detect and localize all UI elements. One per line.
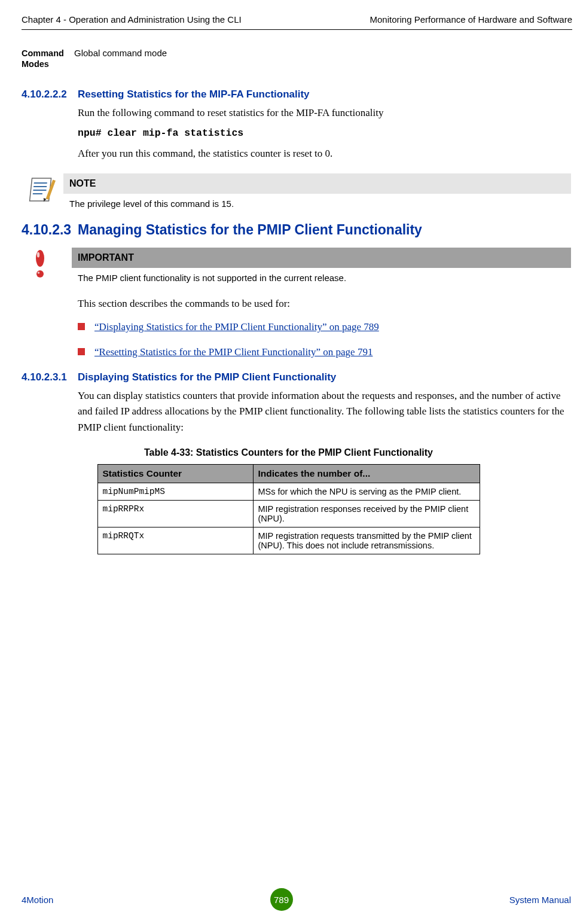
xref-link[interactable]: “Resetting Statistics for the PMIP Clien… (94, 345, 373, 359)
paragraph: You can display statistics counters that… (78, 388, 571, 435)
note-body: The privilege level of this command is 1… (63, 194, 571, 209)
table-row: mipNumPmipMS MSs for which the NPU is se… (97, 483, 480, 500)
heading-title: Resetting Statistics for the MIP-FA Func… (78, 89, 577, 100)
paragraph: After you run this command, the statisti… (78, 146, 571, 161)
table-row: mipRRQTx MIP registration requests trans… (97, 527, 480, 554)
svg-point-7 (36, 250, 44, 267)
table-header-cell: Statistics Counter (97, 464, 253, 483)
note-block: NOTE The privilege level of this command… (26, 173, 571, 209)
list-item: “Resetting Statistics for the PMIP Clien… (78, 345, 571, 359)
heading-title: Displaying Statistics for the PMIP Clien… (78, 371, 577, 383)
important-title: IMPORTANT (72, 248, 571, 268)
paragraph: This section describes the commands to b… (78, 296, 571, 312)
heading-4-10-2-3: 4.10.2.3 Managing Statistics for the PMI… (22, 222, 577, 238)
heading-4-10-2-3-1: 4.10.2.3.1 Displaying Statistics for the… (22, 371, 577, 383)
header-right: Monitoring Performance of Hardware and S… (370, 14, 573, 25)
note-icon (26, 176, 60, 205)
list-item: “Displaying Statistics for the PMIP Clie… (78, 320, 571, 334)
square-bullet-icon (78, 348, 85, 355)
xref-link[interactable]: “Displaying Statistics for the PMIP Clie… (94, 320, 379, 334)
page-header: Chapter 4 - Operation and Administration… (0, 14, 577, 28)
statistics-table: Statistics Counter Indicates the number … (97, 464, 480, 554)
svg-point-8 (36, 270, 44, 277)
command-modes-value: Global command mode (74, 47, 167, 69)
command-modes-label: Command Modes (22, 47, 74, 69)
table-cell-desc: MIP registration requests transmitted by… (253, 527, 480, 554)
heading-number: 4.10.2.2.2 (22, 89, 78, 100)
header-rule (22, 29, 572, 30)
svg-point-10 (38, 272, 40, 274)
important-box: IMPORTANT The PMIP client functionality … (72, 248, 571, 283)
table-cell-counter: mipRRPRx (97, 500, 253, 527)
table-cell-desc: MIP registration responses received by t… (253, 500, 480, 527)
table-row: mipRRPRx MIP registration responses rece… (97, 500, 480, 527)
header-left: Chapter 4 - Operation and Administration… (22, 14, 242, 25)
table-header-row: Statistics Counter Indicates the number … (97, 464, 480, 483)
table-header-cell: Indicates the number of... (253, 464, 480, 483)
important-block: IMPORTANT The PMIP client functionality … (26, 248, 571, 283)
table-cell-desc: MSs for which the NPU is serving as the … (253, 483, 480, 500)
section-4-10-2-2-2-content: Run the following command to reset stati… (78, 105, 571, 161)
command-example: npu# clear mip-fa statistics (78, 127, 571, 139)
table-cell-counter: mipRRQTx (97, 527, 253, 554)
heading-number: 4.10.2.3 (22, 222, 78, 238)
page-number-badge: 789 (270, 888, 293, 911)
important-body: The PMIP client functionality is not sup… (72, 268, 571, 283)
footer-left: 4Motion (22, 895, 53, 905)
table-cell-counter: mipNumPmipMS (97, 483, 253, 500)
table-caption: Table 4-33: Statistics Counters for the … (0, 447, 577, 458)
page-footer: 4Motion 789 System Manual (0, 888, 577, 911)
command-modes-row: Command Modes Global command mode (22, 47, 571, 69)
note-title: NOTE (63, 173, 571, 194)
note-box: NOTE The privilege level of this command… (63, 173, 571, 209)
important-icon (35, 249, 45, 280)
link-list: “Displaying Statistics for the PMIP Clie… (78, 320, 571, 359)
section-4-10-2-3-intro: This section describes the commands to b… (78, 296, 571, 359)
heading-number: 4.10.2.3.1 (22, 371, 78, 383)
paragraph: Run the following command to reset stati… (78, 105, 571, 121)
footer-right: System Manual (509, 895, 571, 905)
heading-4-10-2-2-2: 4.10.2.2.2 Resetting Statistics for the … (22, 89, 577, 100)
heading-title: Managing Statistics for the PMIP Client … (78, 222, 577, 238)
section-4-10-2-3-1-content: You can display statistics counters that… (78, 388, 571, 435)
svg-point-9 (37, 252, 39, 257)
square-bullet-icon (78, 323, 85, 330)
